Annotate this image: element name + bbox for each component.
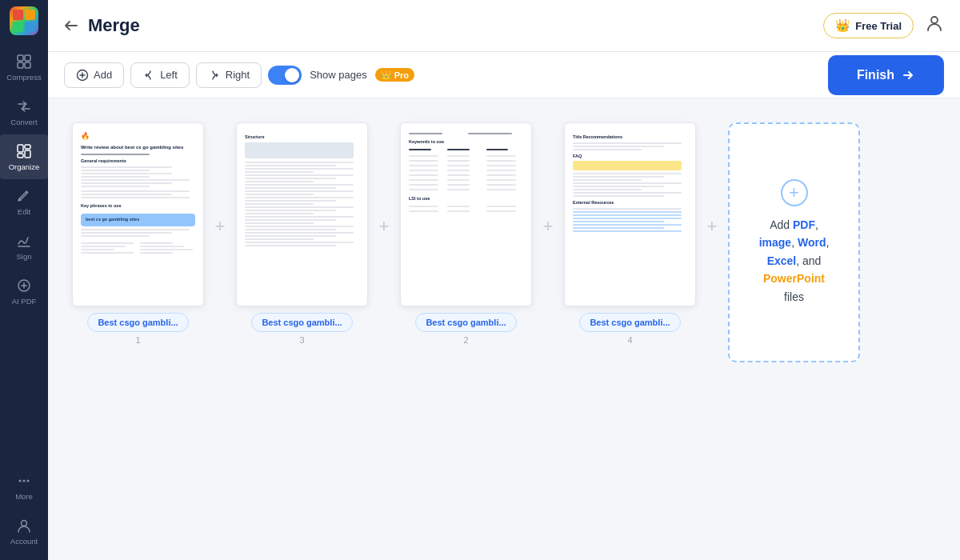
- free-trial-button[interactable]: 👑 Free Trial: [823, 13, 914, 38]
- pdf-card-3: Keywords to use: [400, 122, 532, 345]
- account-label: Account: [10, 537, 38, 546]
- topbar: Merge 👑 Free Trial: [48, 0, 960, 52]
- pdf-filename-1: Best csgo gambli...: [87, 313, 188, 332]
- edit-icon: [15, 187, 33, 205]
- user-profile-button[interactable]: [925, 14, 944, 38]
- svg-point-14: [931, 17, 938, 23]
- convert-label: Convert: [10, 118, 37, 126]
- ai-pdf-label: AI PDF: [12, 297, 37, 306]
- svg-rect-3: [25, 62, 30, 68]
- crown-icon: 👑: [835, 18, 850, 33]
- pdf-card-2: Structure: [236, 122, 368, 345]
- pdf-thumbnail-3[interactable]: Keywords to use: [400, 122, 532, 306]
- pro-badge: 👑 Pro: [375, 68, 414, 82]
- pro-label: Pro: [394, 70, 409, 80]
- organize-icon: [15, 142, 33, 160]
- left-label: Left: [160, 69, 178, 81]
- svg-point-12: [27, 480, 30, 482]
- svg-rect-5: [25, 145, 30, 149]
- toggle-knob: [285, 68, 299, 82]
- main-content: Merge 👑 Free Trial Add Left: [48, 0, 960, 560]
- right-label: Right: [226, 69, 250, 81]
- right-button[interactable]: Right: [196, 62, 262, 88]
- content-area: 🔥 Write review about best cs go gambling…: [48, 98, 960, 560]
- sidebar-item-compress[interactable]: Compress: [0, 45, 48, 90]
- show-pages-toggle-container: Show pages 👑 Pro: [268, 66, 414, 85]
- sidebar: Compress Convert Organize: [0, 0, 48, 560]
- add-dropzone-container: + Add PDF, image, Word, Excel, and Power…: [728, 122, 860, 362]
- pdf-filename-4: Best csgo gambli...: [579, 313, 680, 332]
- toolbar: Add Left Right Show pages 👑 Pro: [48, 52, 960, 98]
- sidebar-item-edit[interactable]: Edit: [0, 179, 48, 224]
- svg-rect-1: [25, 55, 30, 61]
- app-logo[interactable]: [10, 6, 38, 35]
- add-label: Add: [94, 69, 112, 81]
- more-label: More: [15, 492, 33, 501]
- account-icon: [15, 517, 33, 534]
- pdf-filename-3: Best csgo gambli...: [415, 313, 516, 332]
- svg-rect-4: [18, 145, 23, 152]
- svg-point-11: [23, 480, 26, 482]
- pdf-filename-2: Best csgo gambli...: [251, 313, 352, 332]
- add-dropzone[interactable]: + Add PDF, image, Word, Excel, and Power…: [728, 122, 860, 362]
- pdf-thumbnail-2[interactable]: Structure: [236, 122, 368, 306]
- pdf-page-num-3: 2: [463, 335, 468, 345]
- sidebar-item-sign[interactable]: Sign: [0, 224, 48, 269]
- dropzone-text: Add PDF, image, Word, Excel, and PowerPo…: [759, 216, 830, 306]
- pdf-page-num-1: 1: [135, 335, 140, 345]
- pdf-card-4: Title Recommendations FAQ: [564, 122, 696, 345]
- compress-icon: [15, 53, 33, 70]
- pdf-card-1: 🔥 Write review about best cs go gambling…: [72, 122, 204, 345]
- plus-separator-3: +: [532, 130, 564, 322]
- svg-rect-7: [25, 150, 30, 158]
- plus-separator-2: +: [368, 130, 400, 322]
- ai-icon: [15, 277, 33, 294]
- pdf-thumbnail-1[interactable]: 🔥 Write review about best cs go gambling…: [72, 122, 204, 306]
- crown-small-icon: 👑: [381, 70, 392, 80]
- svg-point-13: [22, 521, 27, 526]
- show-pages-label: Show pages: [310, 69, 367, 81]
- back-button[interactable]: [64, 18, 80, 34]
- organize-label: Organize: [9, 162, 40, 171]
- sidebar-item-convert[interactable]: Convert: [0, 90, 48, 134]
- svg-point-10: [19, 480, 22, 482]
- sign-icon: [15, 232, 33, 250]
- sidebar-item-organize[interactable]: Organize: [0, 134, 48, 179]
- convert-icon: [15, 98, 33, 115]
- sidebar-item-account[interactable]: Account: [0, 509, 48, 554]
- show-pages-toggle[interactable]: [268, 66, 302, 85]
- compress-label: Compress: [6, 73, 41, 82]
- pdf-thumbnail-4[interactable]: Title Recommendations FAQ: [564, 122, 696, 306]
- sidebar-item-more[interactable]: More: [0, 464, 48, 509]
- pdf-page-num-4: 4: [627, 335, 632, 345]
- sidebar-item-ai-pdf[interactable]: AI PDF: [0, 269, 48, 314]
- svg-rect-6: [18, 154, 23, 158]
- page-title: Merge: [88, 15, 140, 36]
- svg-rect-2: [18, 62, 23, 68]
- finish-button[interactable]: Finish: [828, 55, 944, 95]
- plus-separator-1: +: [204, 130, 236, 322]
- add-button[interactable]: Add: [64, 62, 124, 88]
- svg-rect-0: [18, 55, 23, 61]
- sign-label: Sign: [16, 252, 31, 261]
- add-plus-icon: +: [781, 179, 808, 206]
- plus-separator-4: +: [696, 130, 728, 322]
- left-button[interactable]: Left: [130, 62, 190, 88]
- more-icon: [15, 472, 33, 490]
- free-trial-label: Free Trial: [855, 20, 902, 32]
- pdf-page-num-2: 3: [299, 335, 304, 345]
- finish-label: Finish: [857, 68, 894, 82]
- edit-label: Edit: [18, 207, 30, 216]
